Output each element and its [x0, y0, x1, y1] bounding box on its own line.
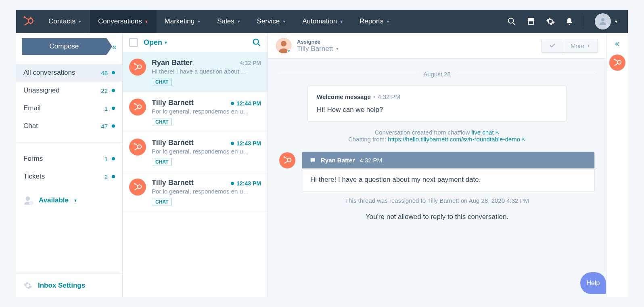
message-sender: Ryan Batter: [321, 157, 355, 164]
settings-label: Inbox Settings: [38, 282, 85, 290]
svg-line-25: [135, 148, 138, 150]
status-dropdown[interactable]: Available ▼: [16, 189, 122, 211]
thread-item[interactable]: Ryan Batter 4:32 PM Hi there! I have a q…: [123, 52, 268, 92]
status-filter-dropdown[interactable]: Open ▼: [144, 38, 168, 47]
nav-label: Conversations: [98, 17, 142, 25]
thread-sender: Tilly Barnett: [152, 179, 194, 187]
conversation-panel: Assignee Tilly Barnett▼ More▼ August 28 …: [268, 33, 606, 297]
nav-right: ▼: [507, 10, 628, 33]
folder-label: Unassigned: [23, 86, 101, 95]
chat-bubble-icon: [309, 157, 316, 164]
nav-sales[interactable]: Sales▼: [209, 10, 249, 33]
chevron-down-icon: ▼: [587, 44, 590, 48]
marketplace-icon[interactable]: [527, 17, 535, 26]
thread-content: Tilly Barnett 12:43 PM Por lo general, r…: [152, 179, 261, 206]
folder-unassigned[interactable]: Unassigned 22: [16, 82, 122, 99]
svg-line-29: [135, 188, 138, 190]
bell-icon[interactable]: [565, 17, 573, 26]
thread-content: Tilly Barnett 12:43 PM Por lo general, r…: [152, 139, 261, 166]
nav-label: Marketing: [165, 17, 195, 25]
user-menu[interactable]: ▼: [595, 13, 618, 29]
nav-reports[interactable]: Reports▼: [351, 10, 398, 33]
collapse-sidebar-icon[interactable]: «: [112, 42, 117, 51]
channel-tag: CHAT: [152, 158, 172, 166]
search-icon[interactable]: [507, 17, 516, 26]
conversation-meta: Conversation created from chatflow live …: [279, 129, 595, 143]
folder-label: Chat: [23, 122, 101, 130]
thread-preview: Por lo general, respondemos en u…: [152, 188, 261, 195]
nav-conversations[interactable]: Conversations▼: [90, 10, 157, 33]
folder-label: All conversations: [23, 69, 101, 77]
chevron-down-icon: ▼: [335, 47, 339, 51]
inbox-settings-link[interactable]: Inbox Settings: [16, 273, 122, 297]
thread-content: Tilly Barnett 12:44 PM Por lo general, r…: [152, 99, 261, 126]
thread-item[interactable]: Tilly Barnett 12:43 PM Por lo general, r…: [123, 132, 268, 172]
main-layout: Compose « All conversations 48 Unassigne…: [16, 33, 628, 297]
date-divider: August 28: [279, 71, 595, 78]
conversation-body[interactable]: August 28 Welcome message•4:32 PM Hi! Ho…: [268, 59, 606, 297]
folder-all-conversations[interactable]: All conversations 48: [16, 64, 122, 82]
svg-point-38: [613, 59, 615, 60]
chevron-down-icon: ▼: [164, 40, 168, 45]
sidebar: Compose « All conversations 48 Unassigne…: [16, 33, 123, 297]
select-all-checkbox[interactable]: [129, 38, 138, 47]
folder-count: 1: [105, 156, 108, 162]
reassignment-notice: This thread was reassigned to Tilly Barn…: [279, 197, 595, 204]
mark-done-button[interactable]: [542, 39, 563, 53]
gear-icon[interactable]: [546, 17, 555, 26]
nav-service[interactable]: Service▼: [249, 10, 295, 33]
thread-time: 12:43 PM: [231, 140, 261, 147]
folder-count: 2: [105, 173, 108, 180]
svg-point-11: [29, 201, 33, 205]
compose-button[interactable]: Compose: [22, 38, 107, 55]
svg-line-3: [25, 22, 29, 25]
svg-point-28: [134, 183, 136, 185]
folder-chat[interactable]: Chat 47: [16, 117, 122, 135]
unread-dot-icon: [231, 142, 234, 145]
hubspot-fab-icon[interactable]: [609, 55, 625, 71]
unread-dot-icon: [112, 175, 115, 178]
reply-blocked-notice: You're not allowed to reply to this conv…: [279, 213, 595, 221]
nav-automation[interactable]: Automation▼: [294, 10, 351, 33]
chevron-down-icon: ▼: [144, 19, 148, 24]
thread-item[interactable]: Tilly Barnett 12:43 PM Por lo general, r…: [123, 172, 268, 212]
expand-panel-icon[interactable]: «: [615, 39, 619, 48]
folder-list-primary: All conversations 48 Unassigned 22 Email…: [16, 60, 122, 139]
gear-icon: [23, 281, 32, 290]
hubspot-logo-icon[interactable]: [16, 10, 40, 33]
help-button[interactable]: Help: [580, 272, 606, 294]
thread-time: 12:43 PM: [231, 180, 261, 187]
nav-divider: [584, 15, 584, 27]
chevron-down-icon: ▼: [339, 19, 343, 24]
assignee-info: Assignee Tilly Barnett▼: [297, 39, 339, 53]
nav-contacts[interactable]: Contacts▼: [40, 10, 90, 33]
top-nav: Contacts▼ Conversations▼ Marketing▼ Sale…: [16, 10, 628, 33]
svg-point-10: [25, 196, 30, 201]
source-url-link[interactable]: https://hello.tillybarnett.com/svh-round…: [388, 136, 520, 143]
thread-item[interactable]: Tilly Barnett 12:44 PM Por lo general, r…: [123, 92, 268, 132]
hubspot-avatar-icon: [129, 59, 146, 76]
folder-count: 1: [105, 105, 108, 112]
chatflow-link[interactable]: live chat: [472, 129, 494, 136]
conversation-header: Assignee Tilly Barnett▼ More▼: [268, 33, 606, 59]
nav-label: Service: [257, 17, 280, 25]
folder-label: Tickets: [23, 172, 105, 181]
folder-forms[interactable]: Forms 1: [16, 150, 122, 168]
folder-email[interactable]: Email 1: [16, 99, 122, 117]
search-icon[interactable]: [252, 38, 261, 47]
more-actions-button[interactable]: More▼: [563, 39, 598, 53]
svg-line-21: [135, 108, 138, 110]
assignee-dropdown[interactable]: Tilly Barnett▼: [297, 45, 339, 53]
folder-list-secondary: Forms 1 Tickets 2: [16, 146, 122, 189]
thread-sender: Tilly Barnett: [152, 99, 194, 107]
thread-preview: Por lo general, respondemos en u…: [152, 108, 261, 115]
thread-content: Ryan Batter 4:32 PM Hi there! I have a q…: [152, 59, 261, 86]
folder-tickets[interactable]: Tickets 2: [16, 168, 122, 185]
compose-row: Compose «: [16, 33, 122, 60]
channel-tag: CHAT: [152, 78, 172, 86]
welcome-message-card: Welcome message•4:32 PM Hi! How can we h…: [307, 86, 567, 122]
nav-marketing[interactable]: Marketing▼: [157, 10, 209, 33]
hubspot-avatar-icon: [279, 152, 295, 168]
svg-point-24: [134, 143, 136, 145]
svg-line-13: [258, 44, 260, 46]
